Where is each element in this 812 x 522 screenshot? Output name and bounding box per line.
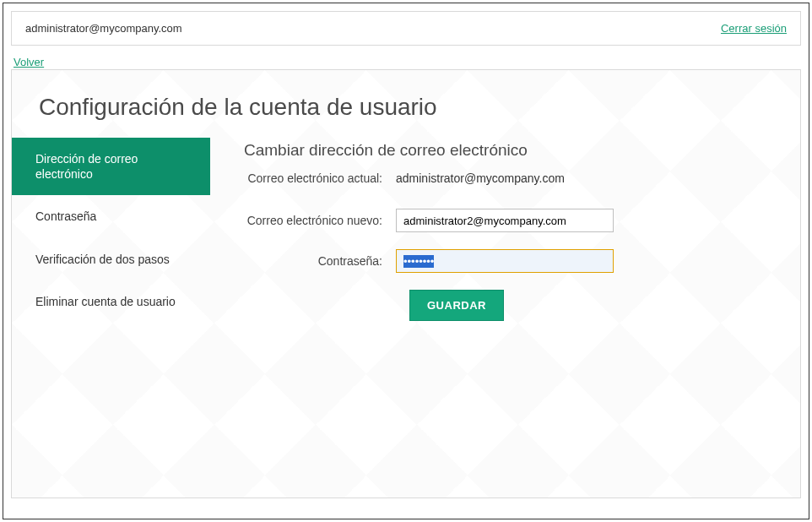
change-email-form: Cambiar dirección de correo electrónico … xyxy=(210,138,800,323)
current-email-value: administrator@mycompany.com xyxy=(396,171,565,185)
sidebar-item-delete-account[interactable]: Eliminar cuenta de usuario xyxy=(12,280,210,323)
sidebar-item-two-step[interactable]: Verificación de dos pasos xyxy=(12,238,210,280)
password-label: Contraseña: xyxy=(244,254,396,268)
current-email-label: Correo electrónico actual: xyxy=(244,171,396,185)
logout-link[interactable]: Cerrar sesión xyxy=(721,22,787,35)
password-input[interactable] xyxy=(396,249,614,273)
new-email-input[interactable] xyxy=(396,209,614,232)
save-button[interactable]: GUARDAR xyxy=(409,290,504,321)
main-panel: Configuración de la cuenta de usuario Di… xyxy=(11,69,801,498)
top-bar: administrator@mycompany.com Cerrar sesió… xyxy=(11,11,801,46)
new-email-label: Correo electrónico nuevo: xyxy=(244,214,396,227)
back-link[interactable]: Volver xyxy=(14,56,44,68)
page-title: Configuración de la cuenta de usuario xyxy=(12,70,800,138)
form-title: Cambiar dirección de correo electrónico xyxy=(244,141,783,160)
sidebar-item-password[interactable]: Contraseña xyxy=(12,195,210,237)
current-user-email: administrator@mycompany.com xyxy=(25,22,182,35)
settings-sidebar: Dirección de correo electrónico Contrase… xyxy=(12,138,210,323)
sidebar-item-email[interactable]: Dirección de correo electrónico xyxy=(12,138,210,195)
